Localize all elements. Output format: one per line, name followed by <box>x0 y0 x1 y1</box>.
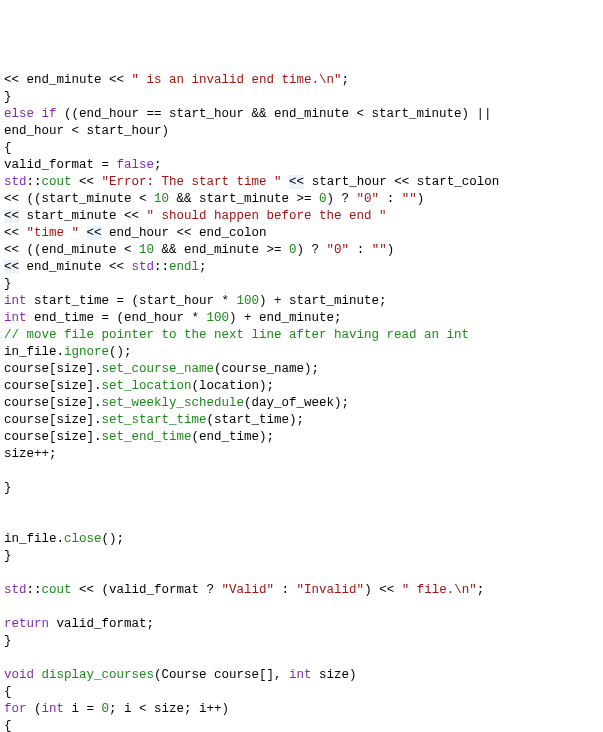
code-token: << <box>72 175 102 189</box>
code-line: { <box>4 140 599 157</box>
code-token: end_hour << end_colon <box>102 226 267 240</box>
code-token: << <box>4 209 19 223</box>
code-token: std <box>4 175 27 189</box>
code-token: ; <box>199 260 207 274</box>
code-token: } <box>4 90 12 104</box>
code-token: 10 <box>139 243 154 257</box>
code-token: ) ? <box>297 243 327 257</box>
code-token: ) <box>387 243 395 257</box>
code-token: (course_name); <box>214 362 319 376</box>
code-token: (end_time); <box>192 430 275 444</box>
code-token: cout <box>42 175 72 189</box>
code-token: ; <box>342 73 350 87</box>
code-token: << <box>289 175 304 189</box>
code-line: course[size].set_location(location); <box>4 378 599 395</box>
code-token: (Course course[], <box>154 668 289 682</box>
code-line: } <box>4 89 599 106</box>
code-token: :: <box>27 583 42 597</box>
code-token: ) ? <box>327 192 357 206</box>
code-token: in_file. <box>4 345 64 359</box>
code-token <box>34 668 42 682</box>
code-token: set_location <box>102 379 192 393</box>
code-token: valid_format; <box>49 617 154 631</box>
code-token: end_minute << <box>19 260 132 274</box>
code-token: << <box>87 226 102 240</box>
code-line: course[size].set_weekly_schedule(day_of_… <box>4 395 599 412</box>
code-token: int <box>42 702 65 716</box>
code-line <box>4 514 599 531</box>
code-token: " should happen before the end " <box>147 209 387 223</box>
code-line: void display_courses(Course course[], in… <box>4 667 599 684</box>
code-token: int <box>4 311 27 325</box>
code-line: course[size].set_course_name(course_name… <box>4 361 599 378</box>
code-token: << (valid_format ? <box>72 583 222 597</box>
code-token: course[size]. <box>4 430 102 444</box>
code-block: << end_minute << " is an invalid end tim… <box>4 72 599 732</box>
code-line: << end_minute << " is an invalid end tim… <box>4 72 599 89</box>
code-token: } <box>4 277 12 291</box>
code-token: "" <box>372 243 387 257</box>
code-token: cout <box>42 583 72 597</box>
code-token: return <box>4 617 49 631</box>
code-token: :: <box>27 175 42 189</box>
code-token: << ((end_minute < <box>4 243 139 257</box>
code-token: ignore <box>64 345 109 359</box>
code-line: } <box>4 276 599 293</box>
code-token: close <box>64 532 102 546</box>
code-token: << <box>4 260 19 274</box>
code-line: std::cout << "Error: The start time " <<… <box>4 174 599 191</box>
code-token: ) << <box>364 583 402 597</box>
code-token: : <box>274 583 297 597</box>
code-token: && start_minute >= <box>169 192 319 206</box>
code-token: 100 <box>237 294 260 308</box>
code-token: ; i < size; i++) <box>109 702 229 716</box>
code-token: : <box>379 192 402 206</box>
code-token: ) + end_minute; <box>229 311 342 325</box>
code-line: valid_format = false; <box>4 157 599 174</box>
code-token: 10 <box>154 192 169 206</box>
code-token: size) <box>312 668 357 682</box>
code-token: } <box>4 481 12 495</box>
code-token: start_minute << <box>19 209 147 223</box>
code-token: ; <box>477 583 485 597</box>
code-token: set_course_name <box>102 362 215 376</box>
code-token: 0 <box>102 702 110 716</box>
code-token: 0 <box>289 243 297 257</box>
code-line <box>4 497 599 514</box>
code-token: std <box>132 260 155 274</box>
code-token: "Error: The start time " <box>102 175 282 189</box>
code-token: << ((start_minute < <box>4 192 154 206</box>
code-token: int <box>4 294 27 308</box>
code-token: } <box>4 549 12 563</box>
code-line: course[size].set_start_time(start_time); <box>4 412 599 429</box>
code-line: << start_minute << " should happen befor… <box>4 208 599 225</box>
code-token: set_weekly_schedule <box>102 396 245 410</box>
code-token: display_courses <box>42 668 155 682</box>
code-token: false <box>117 158 155 172</box>
code-token: course[size]. <box>4 396 102 410</box>
code-line <box>4 599 599 616</box>
code-token: i = <box>64 702 102 716</box>
code-token: 0 <box>319 192 327 206</box>
code-token: start_time = (start_hour * <box>27 294 237 308</box>
code-token: ) + start_minute; <box>259 294 387 308</box>
code-line: << "time " << end_hour << end_colon <box>4 225 599 242</box>
code-token: course[size]. <box>4 379 102 393</box>
code-line <box>4 463 599 480</box>
code-token: "0" <box>327 243 350 257</box>
code-token: int <box>289 668 312 682</box>
code-line: std::cout << (valid_format ? "Valid" : "… <box>4 582 599 599</box>
code-line: int start_time = (start_hour * 100) + st… <box>4 293 599 310</box>
code-token: course[size]. <box>4 362 102 376</box>
code-line: { <box>4 718 599 732</box>
code-token: void <box>4 668 34 682</box>
code-token: end_hour < start_hour) <box>4 124 169 138</box>
code-line: course[size].set_end_time(end_time); <box>4 429 599 446</box>
code-token: for <box>4 702 27 716</box>
code-token: (start_time); <box>207 413 305 427</box>
code-line: in_file.close(); <box>4 531 599 548</box>
code-token: "" <box>402 192 417 206</box>
code-token: size++; <box>4 447 57 461</box>
code-token: : <box>349 243 372 257</box>
code-line: } <box>4 633 599 650</box>
